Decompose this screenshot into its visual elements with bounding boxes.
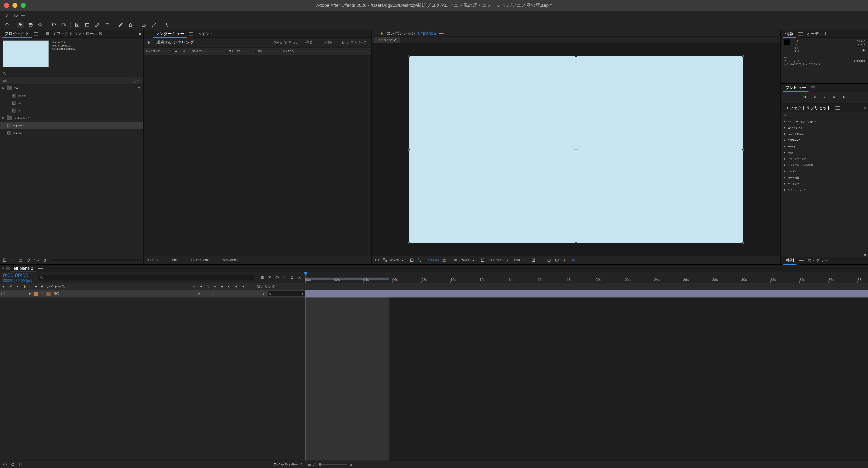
effect-category[interactable]: エクスプレッション制御: [781, 162, 868, 168]
effects-menu-icon[interactable]: [835, 107, 840, 110]
project-item[interactable]: air plane レイヤー: [0, 114, 143, 122]
switch-collapse-icon[interactable]: ✱: [197, 285, 205, 288]
category-disclose-icon[interactable]: [783, 120, 786, 123]
switch-mode-label[interactable]: スイッチ / モード: [273, 462, 302, 467]
home-icon[interactable]: [4, 22, 10, 28]
effect-category[interactable]: 3D チャンネル: [781, 125, 868, 131]
transform-handle-icon[interactable]: [408, 149, 410, 151]
tab-project[interactable]: プロジェクト: [2, 30, 32, 38]
snapshot-icon[interactable]: [442, 258, 447, 263]
composition-name-link[interactable]: air plane 2: [417, 31, 436, 36]
next-frame-button[interactable]: |▶: [832, 94, 837, 100]
composition-viewer[interactable]: [372, 43, 780, 256]
category-disclose-icon[interactable]: [783, 176, 786, 179]
comp-lock-icon[interactable]: 🔒: [380, 32, 383, 35]
panel-overflow-icon[interactable]: »: [139, 31, 141, 36]
timeline-track-area[interactable]: [305, 290, 868, 461]
quality-dropdown[interactable]: フル画質: [461, 259, 470, 262]
orbit-tool-icon[interactable]: [51, 22, 57, 28]
render-queue-menu-icon[interactable]: [189, 32, 193, 35]
roi-icon[interactable]: [417, 258, 422, 263]
tab-wiggler[interactable]: ウィグラー: [805, 256, 831, 264]
project-column-name[interactable]: 名前: [3, 79, 132, 82]
category-disclose-icon[interactable]: [783, 145, 786, 148]
transform-handle-icon[interactable]: [575, 242, 577, 244]
zoom-tool-icon[interactable]: [37, 22, 44, 28]
resolution-icon[interactable]: [409, 258, 414, 263]
mask-icon[interactable]: [547, 258, 552, 263]
col-visibility-icon[interactable]: ◉: [0, 285, 7, 288]
project-bpc[interactable]: 8 bpc: [34, 259, 39, 261]
puppet-tool-icon[interactable]: [164, 22, 171, 28]
pan-behind-tool-icon[interactable]: [74, 22, 81, 28]
project-item-tag[interactable]: [137, 93, 141, 98]
project-item[interactable]: cat: [0, 107, 143, 114]
switch-quality-icon[interactable]: ╲: [205, 285, 212, 288]
timeline-ruler[interactable]: 00s02s04s06s08s10s12s14s16s18s20s22s24s2…: [305, 272, 868, 283]
toggle-in-out-icon[interactable]: [18, 462, 23, 467]
shy-icon[interactable]: [275, 275, 280, 280]
project-column-sort-icon[interactable]: ▾: [137, 80, 140, 82]
graph-editor-icon[interactable]: [297, 275, 302, 280]
project-item[interactable]: cat.mp4: [0, 92, 143, 99]
project-panel-menu-icon[interactable]: [34, 32, 38, 35]
effect-category[interactable]: シミュレーション: [781, 187, 868, 193]
timeline-timecode[interactable]: 0:00:00:00: [3, 272, 32, 279]
comp-mini-flowchart-icon[interactable]: [260, 275, 265, 280]
category-disclose-icon[interactable]: [783, 170, 786, 173]
brush-tool-icon[interactable]: [117, 22, 124, 28]
composition-canvas[interactable]: [409, 56, 743, 243]
roto-brush-tool-icon[interactable]: [151, 22, 157, 28]
project-tree[interactable]: 平面cat.mp4catcatair plane レイヤーair plane 2…: [0, 84, 143, 256]
prev-frame-button[interactable]: ◀|: [812, 94, 817, 100]
project-item[interactable]: air plane: [0, 129, 143, 137]
rq-pause-button[interactable]: 一時停止: [319, 40, 336, 45]
effect-category[interactable]: CINEMA 4D: [781, 137, 868, 143]
parent-pickwhip-icon[interactable]: ⊚: [261, 293, 268, 295]
timeline-tab-close-icon[interactable]: ×: [2, 266, 4, 270]
project-item-tag[interactable]: [137, 123, 141, 127]
col-solo-icon[interactable]: ●: [14, 285, 21, 288]
exposure-value[interactable]: +0.0: [570, 259, 575, 261]
transform-handle-icon[interactable]: [408, 55, 410, 57]
camera-tool-icon[interactable]: [61, 22, 67, 28]
project-item[interactable]: cat: [0, 99, 143, 107]
col-layer-name[interactable]: レイヤー名: [45, 284, 190, 289]
hand-tool-icon[interactable]: [27, 22, 34, 28]
effect-category[interactable]: オーディオ: [781, 168, 868, 174]
tab-align[interactable]: 整列: [783, 256, 797, 264]
category-disclose-icon[interactable]: [783, 126, 786, 129]
tab-preview[interactable]: プレビュー: [783, 84, 808, 92]
switch-adjust-icon[interactable]: ◑: [233, 285, 240, 288]
col-lock-icon[interactable]: 🔒: [21, 285, 28, 288]
effect-category[interactable]: Keying: [781, 143, 868, 150]
tab-composition[interactable]: コンポジション: [386, 30, 415, 36]
play-button[interactable]: ▶: [822, 94, 827, 100]
effect-category[interactable]: Matte: [781, 150, 868, 156]
project-search-slider[interactable]: [52, 259, 141, 261]
effects-search[interactable]: [781, 112, 868, 118]
frame-blend-icon[interactable]: [282, 275, 287, 280]
category-disclose-icon[interactable]: [783, 133, 786, 135]
color-depth-icon[interactable]: [26, 258, 31, 263]
switch-3d-icon[interactable]: ◈: [240, 285, 247, 288]
switch-frameblend-icon[interactable]: ▦: [219, 285, 226, 288]
active-camera-dropdown[interactable]: アクティブカ...: [488, 259, 504, 262]
rq-ame-button[interactable]: AME でキュ...: [273, 40, 300, 45]
pen-tool-icon[interactable]: [94, 22, 100, 28]
col-audio-icon[interactable]: 🔊: [7, 285, 14, 288]
category-disclose-icon[interactable]: [783, 151, 786, 154]
work-area-bar[interactable]: [305, 277, 389, 280]
folder-disclose-icon[interactable]: [2, 117, 5, 119]
tool-menu-icon[interactable]: [21, 14, 25, 17]
rq-render-button[interactable]: レンダリング: [342, 40, 367, 45]
selection-tool-icon[interactable]: [17, 22, 24, 28]
trash-icon[interactable]: [42, 258, 47, 263]
switch-fx-icon[interactable]: fx: [212, 285, 219, 288]
comp-toggle-icon[interactable]: [374, 32, 377, 35]
col-parent[interactable]: 親とリンク: [255, 284, 305, 289]
eraser-tool-icon[interactable]: [141, 22, 147, 28]
minimize-window-icon[interactable]: [12, 3, 18, 8]
effect-category[interactable]: Boris FX Mocha: [781, 131, 868, 137]
close-window-icon[interactable]: [4, 3, 9, 8]
